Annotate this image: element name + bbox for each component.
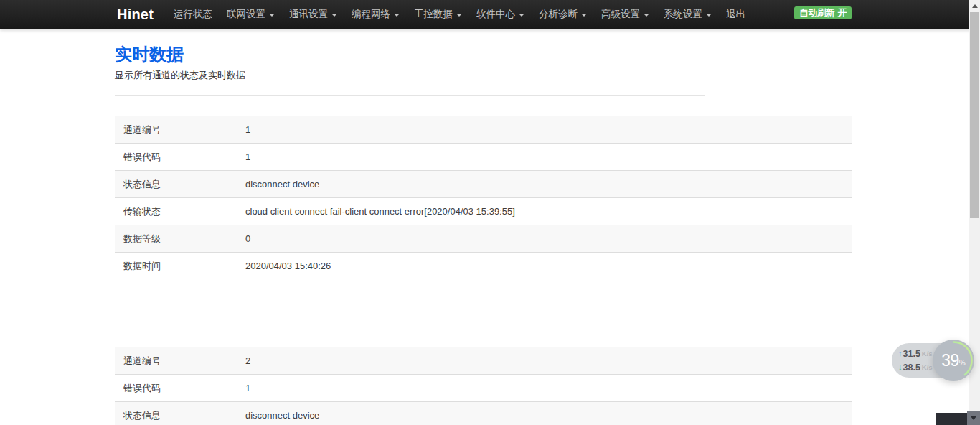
top-navbar: Hinet 运行状态联网设置通讯设置编程网络工控数据软件中心分析诊断高级设置系统… [0,0,980,29]
nav-item-industrial-data[interactable]: 工控数据 [407,0,469,29]
page-subtitle: 显示所有通道的状态及实时数据 [115,70,861,81]
field-row: 状态信息disconnect device [115,171,852,198]
channel-section-2: 通道编号2错误代码1状态信息disconnect device [115,327,861,425]
upload-speed-unit: K/s [922,350,933,358]
field-label: 状态信息 [115,402,237,425]
caret-down-icon [456,14,462,17]
field-value: cloud client connect fail-client connect… [237,198,852,225]
download-arrow-icon: ↓ [898,363,903,371]
caret-down-icon [269,14,275,17]
caret-down-icon [519,14,524,17]
field-value: 2020/04/03 15:40:26 [237,253,852,280]
nav-item-comm-settings[interactable]: 通讯设置 [282,0,344,29]
memory-gauge[interactable]: 39 % [933,340,974,381]
nav-item-network-settings[interactable]: 联网设置 [220,0,282,29]
channel-section-1: 通道编号1错误代码1状态信息disconnect device传输状态cloud… [115,95,861,279]
nav-item-analysis-diagnosis[interactable]: 分析诊断 [532,0,594,29]
caret-down-icon [644,14,649,17]
field-value: 1 [237,375,852,402]
navbar-menu: 运行状态联网设置通讯设置编程网络工控数据软件中心分析诊断高级设置系统设置退出 [166,0,753,29]
caret-down-icon [394,14,400,17]
upload-speed-value: 31.5 [903,349,920,359]
field-row: 传输状态cloud client connect fail-client con… [115,198,852,225]
section-divider [115,327,705,327]
caret-down-icon [331,14,337,17]
field-label: 传输状态 [115,198,237,225]
download-speed-unit: K/s [922,363,933,371]
nav-item-label: 系统设置 [664,8,702,21]
nav-item-label: 编程网络 [352,8,390,21]
field-value: 1 [237,144,852,171]
field-row: 错误代码1 [115,144,852,171]
field-label: 数据时间 [115,253,237,280]
nav-item-label: 通讯设置 [289,8,328,21]
scroll-up-button[interactable] [969,0,980,12]
field-row: 数据时间2020/04/03 15:40:26 [115,253,852,280]
nav-item-label: 工控数据 [414,8,453,21]
channel-table-2: 通道编号2错误代码1状态信息disconnect device [115,347,852,425]
nav-item-logout[interactable]: 退出 [719,0,753,29]
brand-logo[interactable]: Hinet [117,6,154,23]
nav-item-label: 软件中心 [476,8,515,21]
field-row: 通道编号1 [115,116,852,144]
field-value: 0 [237,225,852,253]
nav-item-label: 高级设置 [601,8,640,21]
channel-list: 通道编号1错误代码1状态信息disconnect device传输状态cloud… [115,95,861,425]
nav-item-run-status[interactable]: 运行状态 [166,0,220,29]
field-label: 通道编号 [115,347,237,375]
nav-item-label: 退出 [726,8,745,21]
field-label: 错误代码 [115,375,237,402]
scroll-down-button[interactable] [967,411,980,425]
gauge-arc-icon [933,340,974,381]
download-speed-value: 38.5 [903,363,920,373]
upload-arrow-icon: ↑ [898,350,903,358]
field-label: 通道编号 [115,116,237,144]
field-label: 错误代码 [115,144,237,171]
field-label: 数据等级 [115,225,237,253]
field-row: 状态信息disconnect device [115,402,852,425]
nav-item-label: 分析诊断 [539,8,578,21]
nav-item-label: 联网设置 [227,8,265,21]
field-label: 状态信息 [115,171,237,198]
auto-refresh-badge[interactable]: 自动刷新 开 [794,6,852,19]
field-value: 2 [237,347,852,375]
scroll-up-icon [972,4,978,8]
page-title: 实时数据 [115,45,861,65]
nav-item-advanced-settings[interactable]: 高级设置 [594,0,656,29]
field-value: disconnect device [237,402,852,425]
nav-item-system-settings[interactable]: 系统设置 [656,0,719,29]
caret-down-icon [706,14,712,17]
field-value: 1 [237,116,852,144]
field-row: 错误代码1 [115,375,852,402]
main-content: 实时数据 显示所有通道的状态及实时数据 通道编号1错误代码1状态信息discon… [115,29,861,425]
caret-down-icon [581,14,587,17]
field-row: 通道编号2 [115,347,852,375]
section-divider [115,95,705,96]
scroll-down-icon [971,416,976,420]
channel-table-1: 通道编号1错误代码1状态信息disconnect device传输状态cloud… [115,116,852,279]
nav-item-software-center[interactable]: 软件中心 [469,0,532,29]
scrollbar-thumb[interactable] [970,12,979,218]
field-value: disconnect device [237,171,852,198]
nav-item-label: 运行状态 [174,8,212,21]
field-row: 数据等级0 [115,225,852,253]
nav-item-programming-network[interactable]: 编程网络 [344,0,407,29]
